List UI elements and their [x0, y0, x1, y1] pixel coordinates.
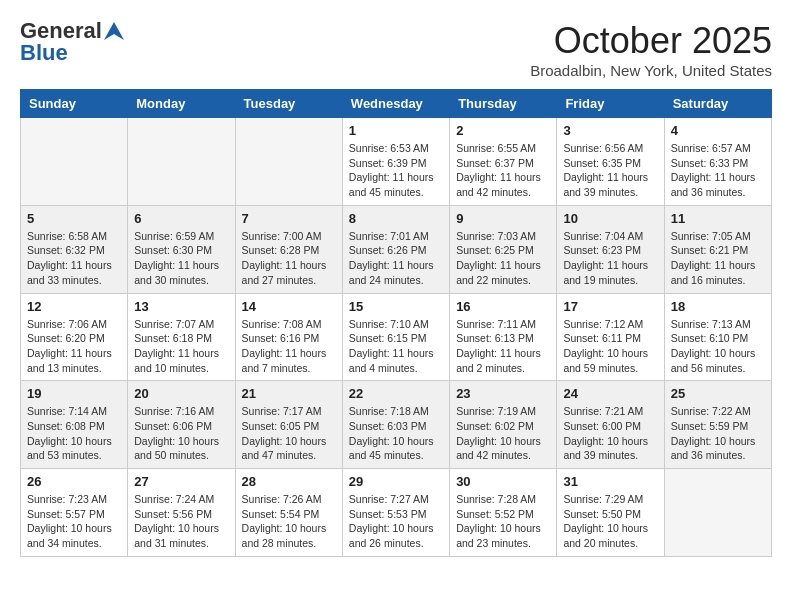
day-info: Sunrise: 7:21 AMSunset: 6:00 PMDaylight:… — [563, 404, 657, 463]
day-number: 19 — [27, 386, 121, 401]
day-info: Sunrise: 6:53 AMSunset: 6:39 PMDaylight:… — [349, 141, 443, 200]
day-number: 8 — [349, 211, 443, 226]
day-number: 16 — [456, 299, 550, 314]
day-number: 18 — [671, 299, 765, 314]
day-cell: 4Sunrise: 6:57 AMSunset: 6:33 PMDaylight… — [664, 118, 771, 206]
day-info: Sunrise: 6:57 AMSunset: 6:33 PMDaylight:… — [671, 141, 765, 200]
day-cell: 30Sunrise: 7:28 AMSunset: 5:52 PMDayligh… — [450, 469, 557, 557]
day-cell: 28Sunrise: 7:26 AMSunset: 5:54 PMDayligh… — [235, 469, 342, 557]
day-header-saturday: Saturday — [664, 90, 771, 118]
day-info: Sunrise: 7:22 AMSunset: 5:59 PMDaylight:… — [671, 404, 765, 463]
day-info: Sunrise: 7:11 AMSunset: 6:13 PMDaylight:… — [456, 317, 550, 376]
day-info: Sunrise: 7:14 AMSunset: 6:08 PMDaylight:… — [27, 404, 121, 463]
day-cell: 7Sunrise: 7:00 AMSunset: 6:28 PMDaylight… — [235, 205, 342, 293]
month-title: October 2025 — [530, 20, 772, 62]
day-cell: 8Sunrise: 7:01 AMSunset: 6:26 PMDaylight… — [342, 205, 449, 293]
day-number: 12 — [27, 299, 121, 314]
day-number: 26 — [27, 474, 121, 489]
day-info: Sunrise: 7:19 AMSunset: 6:02 PMDaylight:… — [456, 404, 550, 463]
day-info: Sunrise: 7:01 AMSunset: 6:26 PMDaylight:… — [349, 229, 443, 288]
day-number: 29 — [349, 474, 443, 489]
day-number: 20 — [134, 386, 228, 401]
day-number: 11 — [671, 211, 765, 226]
day-number: 9 — [456, 211, 550, 226]
day-cell: 18Sunrise: 7:13 AMSunset: 6:10 PMDayligh… — [664, 293, 771, 381]
day-cell: 11Sunrise: 7:05 AMSunset: 6:21 PMDayligh… — [664, 205, 771, 293]
day-number: 2 — [456, 123, 550, 138]
day-cell: 17Sunrise: 7:12 AMSunset: 6:11 PMDayligh… — [557, 293, 664, 381]
day-info: Sunrise: 7:10 AMSunset: 6:15 PMDaylight:… — [349, 317, 443, 376]
page-header: General Blue October 2025 Broadalbin, Ne… — [20, 20, 772, 79]
day-info: Sunrise: 7:23 AMSunset: 5:57 PMDaylight:… — [27, 492, 121, 551]
day-info: Sunrise: 7:18 AMSunset: 6:03 PMDaylight:… — [349, 404, 443, 463]
calendar-week-row: 12Sunrise: 7:06 AMSunset: 6:20 PMDayligh… — [21, 293, 772, 381]
day-info: Sunrise: 7:04 AMSunset: 6:23 PMDaylight:… — [563, 229, 657, 288]
day-cell: 19Sunrise: 7:14 AMSunset: 6:08 PMDayligh… — [21, 381, 128, 469]
day-number: 13 — [134, 299, 228, 314]
empty-cell — [21, 118, 128, 206]
day-info: Sunrise: 7:24 AMSunset: 5:56 PMDaylight:… — [134, 492, 228, 551]
day-header-thursday: Thursday — [450, 90, 557, 118]
logo: General Blue — [20, 20, 124, 64]
day-number: 21 — [242, 386, 336, 401]
day-cell: 16Sunrise: 7:11 AMSunset: 6:13 PMDayligh… — [450, 293, 557, 381]
day-info: Sunrise: 7:27 AMSunset: 5:53 PMDaylight:… — [349, 492, 443, 551]
day-number: 24 — [563, 386, 657, 401]
day-info: Sunrise: 6:55 AMSunset: 6:37 PMDaylight:… — [456, 141, 550, 200]
day-cell: 21Sunrise: 7:17 AMSunset: 6:05 PMDayligh… — [235, 381, 342, 469]
logo-general: General — [20, 20, 102, 42]
calendar-week-row: 1Sunrise: 6:53 AMSunset: 6:39 PMDaylight… — [21, 118, 772, 206]
day-info: Sunrise: 7:06 AMSunset: 6:20 PMDaylight:… — [27, 317, 121, 376]
day-number: 3 — [563, 123, 657, 138]
day-cell: 27Sunrise: 7:24 AMSunset: 5:56 PMDayligh… — [128, 469, 235, 557]
day-info: Sunrise: 7:26 AMSunset: 5:54 PMDaylight:… — [242, 492, 336, 551]
day-info: Sunrise: 7:00 AMSunset: 6:28 PMDaylight:… — [242, 229, 336, 288]
day-cell: 3Sunrise: 6:56 AMSunset: 6:35 PMDaylight… — [557, 118, 664, 206]
day-cell: 2Sunrise: 6:55 AMSunset: 6:37 PMDaylight… — [450, 118, 557, 206]
empty-cell — [235, 118, 342, 206]
day-header-wednesday: Wednesday — [342, 90, 449, 118]
day-cell: 15Sunrise: 7:10 AMSunset: 6:15 PMDayligh… — [342, 293, 449, 381]
day-cell: 13Sunrise: 7:07 AMSunset: 6:18 PMDayligh… — [128, 293, 235, 381]
day-info: Sunrise: 7:05 AMSunset: 6:21 PMDaylight:… — [671, 229, 765, 288]
day-header-sunday: Sunday — [21, 90, 128, 118]
day-cell: 23Sunrise: 7:19 AMSunset: 6:02 PMDayligh… — [450, 381, 557, 469]
day-info: Sunrise: 6:59 AMSunset: 6:30 PMDaylight:… — [134, 229, 228, 288]
day-number: 6 — [134, 211, 228, 226]
day-number: 30 — [456, 474, 550, 489]
day-header-tuesday: Tuesday — [235, 90, 342, 118]
logo-blue: Blue — [20, 42, 68, 64]
day-cell: 9Sunrise: 7:03 AMSunset: 6:25 PMDaylight… — [450, 205, 557, 293]
day-info: Sunrise: 7:03 AMSunset: 6:25 PMDaylight:… — [456, 229, 550, 288]
day-info: Sunrise: 7:13 AMSunset: 6:10 PMDaylight:… — [671, 317, 765, 376]
day-info: Sunrise: 7:17 AMSunset: 6:05 PMDaylight:… — [242, 404, 336, 463]
day-info: Sunrise: 7:08 AMSunset: 6:16 PMDaylight:… — [242, 317, 336, 376]
empty-cell — [664, 469, 771, 557]
day-number: 15 — [349, 299, 443, 314]
day-number: 4 — [671, 123, 765, 138]
day-info: Sunrise: 7:28 AMSunset: 5:52 PMDaylight:… — [456, 492, 550, 551]
day-cell: 20Sunrise: 7:16 AMSunset: 6:06 PMDayligh… — [128, 381, 235, 469]
day-header-monday: Monday — [128, 90, 235, 118]
day-number: 17 — [563, 299, 657, 314]
day-number: 31 — [563, 474, 657, 489]
title-area: October 2025 Broadalbin, New York, Unite… — [530, 20, 772, 79]
day-number: 5 — [27, 211, 121, 226]
day-number: 28 — [242, 474, 336, 489]
day-info: Sunrise: 7:16 AMSunset: 6:06 PMDaylight:… — [134, 404, 228, 463]
day-number: 27 — [134, 474, 228, 489]
day-number: 10 — [563, 211, 657, 226]
day-number: 22 — [349, 386, 443, 401]
day-cell: 22Sunrise: 7:18 AMSunset: 6:03 PMDayligh… — [342, 381, 449, 469]
day-cell: 1Sunrise: 6:53 AMSunset: 6:39 PMDaylight… — [342, 118, 449, 206]
calendar-week-row: 5Sunrise: 6:58 AMSunset: 6:32 PMDaylight… — [21, 205, 772, 293]
day-header-friday: Friday — [557, 90, 664, 118]
day-number: 7 — [242, 211, 336, 226]
svg-marker-0 — [104, 22, 124, 40]
day-cell: 25Sunrise: 7:22 AMSunset: 5:59 PMDayligh… — [664, 381, 771, 469]
location-title: Broadalbin, New York, United States — [530, 62, 772, 79]
day-number: 25 — [671, 386, 765, 401]
calendar-week-row: 26Sunrise: 7:23 AMSunset: 5:57 PMDayligh… — [21, 469, 772, 557]
day-cell: 10Sunrise: 7:04 AMSunset: 6:23 PMDayligh… — [557, 205, 664, 293]
day-number: 23 — [456, 386, 550, 401]
